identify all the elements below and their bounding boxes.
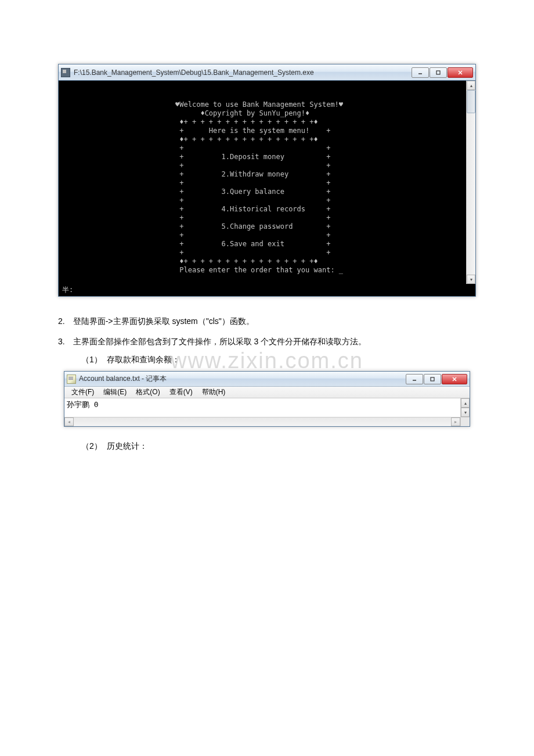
- doc-line-number: 3.: [58, 337, 65, 346]
- notepad-horizontal-scrollbar[interactable]: ◂ ▸: [64, 417, 470, 426]
- doc-line-2: 2.登陆界面->主界面切换采取 system（"cls"）函数。: [58, 314, 476, 329]
- doc-line-text: 主界面全部操作全部包含到了文件操作，所以采取 3 个文件分开储存和读取方法。: [73, 337, 367, 346]
- maximize-icon: [430, 376, 435, 382]
- scroll-corner: [460, 417, 470, 426]
- menu-file[interactable]: 文件(F): [67, 387, 99, 398]
- console-title: F:\15.Bank_Management_System\Debug\15.Ba…: [74, 69, 411, 77]
- scroll-up-arrow-icon[interactable]: ▴: [467, 81, 475, 90]
- notepad-titlebar: Account balance.txt - 记事本: [64, 372, 470, 387]
- close-icon: [452, 376, 457, 382]
- doc-line-3: 3.主界面全部操作全部包含到了文件操作，所以采取 3 个文件分开储存和读取方法。: [58, 334, 476, 349]
- doc-subline-text: 存取款和查询余额：: [107, 355, 180, 364]
- minimize-button[interactable]: [412, 67, 429, 78]
- notepad-vertical-scrollbar[interactable]: ▴ ▾: [460, 398, 470, 417]
- notepad-menubar: 文件(F) 编辑(E) 格式(O) 查看(V) 帮助(H): [64, 387, 470, 398]
- doc-subline-number: （2）: [81, 441, 102, 451]
- console-app-icon: [61, 68, 70, 77]
- console-body: ♥Welcome to use Bank Management System!♥…: [59, 81, 475, 284]
- console-content[interactable]: ♥Welcome to use Bank Management System!♥…: [59, 81, 466, 284]
- menu-edit[interactable]: 编辑(E): [99, 387, 131, 398]
- notepad-content[interactable]: 孙宇鹏 0: [64, 398, 460, 417]
- minimize-icon: [417, 70, 423, 75]
- close-button[interactable]: [442, 374, 467, 384]
- maximize-button[interactable]: [424, 374, 441, 384]
- console-titlebar: F:\15.Bank_Management_System\Debug\15.Ba…: [59, 64, 475, 81]
- scroll-down-arrow-icon[interactable]: ▾: [467, 275, 475, 284]
- doc-subline-1: （1） 存取款和查询余额：: [81, 355, 476, 365]
- window-buttons: [405, 374, 467, 384]
- notepad-body: 孙宇鹏 0 ▴ ▾: [64, 398, 470, 417]
- doc-line-number: 2.: [58, 316, 65, 326]
- close-button[interactable]: [448, 67, 473, 78]
- doc-subline-2: （2） 历史统计：: [81, 441, 476, 452]
- notepad-window: Account balance.txt - 记事本 文件(F) 编辑(E) 格式…: [64, 371, 470, 427]
- maximize-icon: [435, 70, 441, 75]
- doc-subline-number: （1）: [81, 355, 102, 364]
- scroll-down-arrow-icon[interactable]: ▾: [461, 408, 470, 417]
- doc-subline-text: 历史统计：: [107, 441, 147, 451]
- scroll-track[interactable]: [74, 417, 451, 426]
- notepad-app-icon: [67, 375, 76, 384]
- scroll-up-arrow-icon[interactable]: ▴: [461, 398, 470, 408]
- window-buttons: [411, 67, 473, 78]
- scroll-left-arrow-icon[interactable]: ◂: [64, 417, 74, 426]
- menu-help[interactable]: 帮助(H): [197, 387, 230, 398]
- svg-rect-5: [431, 377, 434, 381]
- scroll-right-arrow-icon[interactable]: ▸: [451, 417, 460, 426]
- notepad-title: Account balance.txt - 记事本: [79, 374, 405, 384]
- scroll-thumb[interactable]: [467, 90, 475, 113]
- menu-format[interactable]: 格式(O): [131, 387, 164, 398]
- doc-line-text: 登陆界面->主界面切换采取 system（"cls"）函数。: [73, 316, 254, 326]
- console-window: F:\15.Bank_Management_System\Debug\15.Ba…: [58, 64, 476, 297]
- console-statusbar: 半:: [59, 284, 475, 296]
- minimize-icon: [412, 376, 417, 382]
- menu-view[interactable]: 查看(V): [165, 387, 197, 398]
- console-scrollbar[interactable]: ▴ ▾: [466, 81, 475, 284]
- maximize-button[interactable]: [430, 67, 447, 78]
- svg-rect-1: [436, 71, 440, 74]
- scroll-track[interactable]: [467, 113, 475, 275]
- minimize-button[interactable]: [406, 374, 423, 384]
- close-icon: [457, 70, 463, 75]
